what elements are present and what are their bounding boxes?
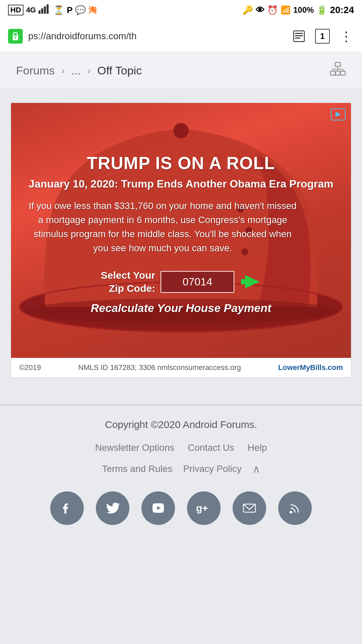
hourglass-icon: ⏳ xyxy=(53,5,64,15)
scroll-to-top-icon[interactable]: ∧ xyxy=(252,463,260,475)
footer-copyright: Copyright ©2020 Android Forums. xyxy=(11,419,351,430)
p-icon: P xyxy=(67,5,72,15)
googleplus-icon[interactable]: g+ xyxy=(187,491,221,525)
ad-copyright: ©2019 xyxy=(19,363,41,372)
facebook-icon[interactable] xyxy=(50,491,84,525)
browser-action-icons: 1 ⋮ xyxy=(291,28,354,44)
advertisement-container: TRUMP IS ON A ROLL January 10, 2020: Tru… xyxy=(11,103,351,378)
svg-point-22 xyxy=(173,123,189,139)
forum-structure-icon[interactable] xyxy=(330,62,346,79)
ad-brand: LowerMyBills.com xyxy=(278,363,343,372)
battery-icon: 🔋 xyxy=(316,5,327,15)
ad-zip-input[interactable] xyxy=(161,271,234,293)
ad-zip-label: Select YourZip Code: xyxy=(101,269,155,295)
email-icon[interactable] xyxy=(233,491,266,525)
network-type: 4G xyxy=(26,6,36,14)
svg-rect-9 xyxy=(295,38,300,39)
svg-rect-0 xyxy=(39,10,41,14)
breadcrumb-nav: Forums › ... › Off Topic xyxy=(16,64,142,77)
ad-subtitle: January 10, 2020: Trump Ends Another Oba… xyxy=(28,177,333,191)
ad-body-text: If you owe less than $331,760 on your ho… xyxy=(28,199,297,255)
ad-play-icon xyxy=(331,108,346,120)
svg-point-5 xyxy=(15,37,16,38)
status-left-icons: HD 4G ⏳ P 💬 淘 xyxy=(8,4,97,16)
svg-rect-11 xyxy=(330,71,335,75)
ad-text-content: TRUMP IS ON A ROLL January 10, 2020: Tru… xyxy=(28,153,333,315)
breadcrumb-bar: Forums › ... › Off Topic xyxy=(0,52,362,89)
social-icons-row: g+ xyxy=(11,491,351,525)
rss-icon[interactable] xyxy=(278,491,312,525)
ad-arrow-icon xyxy=(240,272,261,291)
taobao-icon: 淘 xyxy=(88,5,97,15)
ad-badge xyxy=(331,108,346,120)
help-link[interactable]: Help xyxy=(248,442,267,453)
key-icon: 🔑 xyxy=(242,5,253,15)
svg-marker-26 xyxy=(241,275,260,288)
breadcrumb-forums[interactable]: Forums xyxy=(16,64,55,77)
hd-badge: HD xyxy=(8,5,23,15)
breadcrumb-current: Off Topic xyxy=(97,64,142,77)
svg-point-29 xyxy=(290,511,292,514)
bluetooth-icon: 📶 xyxy=(281,5,291,15)
twitter-icon[interactable] xyxy=(96,491,129,525)
ad-play-triangle xyxy=(336,112,341,117)
svg-rect-7 xyxy=(295,33,303,34)
breadcrumb-ellipsis[interactable]: ... xyxy=(71,64,81,77)
ad-zip-row: Select YourZip Code: xyxy=(28,269,333,295)
svg-rect-13 xyxy=(341,71,345,75)
svg-rect-2 xyxy=(44,6,46,14)
url-bar[interactable]: ps://androidforums.com/th xyxy=(28,31,286,42)
tab-count[interactable]: 1 xyxy=(315,29,330,44)
hat-ad-background: TRUMP IS ON A ROLL January 10, 2020: Tru… xyxy=(11,103,351,358)
svg-rect-3 xyxy=(47,4,49,14)
svg-text:g+: g+ xyxy=(196,502,208,514)
status-right-icons: 🔑 👁 ⏰ 📶 100% 🔋 20:24 xyxy=(242,5,354,15)
breadcrumb-chevron-2: › xyxy=(87,65,90,76)
battery-text: 100% xyxy=(293,5,314,15)
contact-us-link[interactable]: Contact Us xyxy=(188,442,234,453)
signal-bars xyxy=(39,4,51,16)
svg-rect-10 xyxy=(335,62,341,66)
more-options-icon[interactable]: ⋮ xyxy=(338,28,354,44)
main-content: TRUMP IS ON A ROLL January 10, 2020: Tru… xyxy=(0,89,362,405)
terms-link[interactable]: Terms and Rules xyxy=(102,464,172,474)
wechat-icon: 💬 xyxy=(75,5,86,15)
status-bar: HD 4G ⏳ P 💬 淘 🔑 👁 ⏰ 📶 100% 🔋 20:24 xyxy=(0,0,362,20)
privacy-policy-link[interactable]: Privacy Policy xyxy=(183,464,241,474)
ssl-lock-icon xyxy=(8,29,23,44)
ad-nmls: NMLS ID 167283; 3306 nmlsconsumeraccess.… xyxy=(78,363,241,372)
ad-footer: ©2019 NMLS ID 167283; 3306 nmlsconsumera… xyxy=(11,358,351,377)
page-footer: Copyright ©2020 Android Forums. Newslett… xyxy=(0,405,362,545)
svg-rect-1 xyxy=(41,8,43,14)
footer-links-row-1: Newsletter Options Contact Us Help xyxy=(11,442,351,453)
svg-rect-8 xyxy=(295,35,303,36)
breadcrumb-chevron-1: › xyxy=(61,65,64,76)
alarm-icon: ⏰ xyxy=(267,5,278,15)
time-display: 20:24 xyxy=(330,5,354,15)
browser-bar: ps://androidforums.com/th 1 ⋮ xyxy=(0,20,362,52)
footer-links-row-2: Terms and Rules Privacy Policy ∧ xyxy=(11,463,351,475)
eye-icon: 👁 xyxy=(256,5,264,15)
svg-rect-12 xyxy=(336,71,340,75)
youtube-icon[interactable] xyxy=(141,491,175,525)
newsletter-options-link[interactable]: Newsletter Options xyxy=(95,442,175,453)
ad-cta-text[interactable]: Recalculate Your House Payment xyxy=(28,302,333,315)
reader-mode-icon[interactable] xyxy=(291,28,307,44)
ad-headline: TRUMP IS ON A ROLL xyxy=(28,153,333,173)
